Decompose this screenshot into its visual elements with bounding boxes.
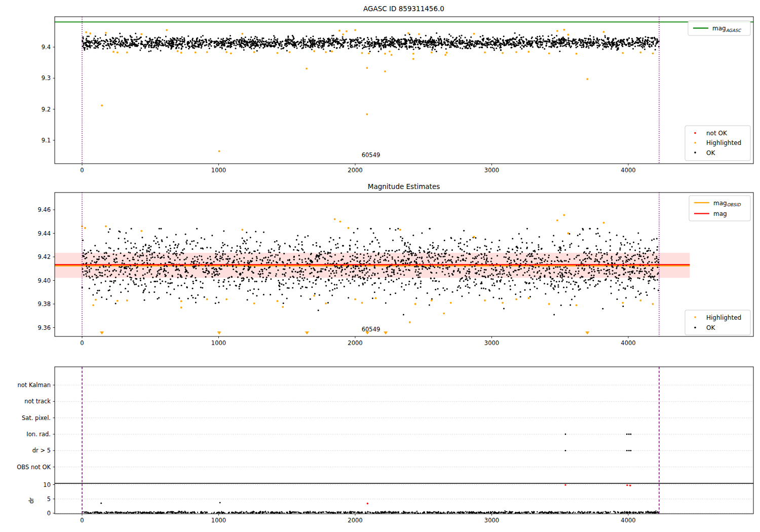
dr-point: [204, 511, 205, 512]
ok-point: [210, 247, 211, 249]
ok-point: [406, 41, 408, 43]
ok-point: [310, 40, 312, 41]
dr-point: [154, 511, 155, 512]
ok-point: [587, 287, 589, 289]
ok-point: [218, 273, 220, 275]
ok-point: [642, 37, 643, 39]
ok-point: [581, 261, 582, 263]
ok-point: [433, 247, 435, 248]
ok-point: [241, 43, 242, 44]
ok-point: [184, 283, 185, 284]
ok-point: [597, 233, 599, 234]
ok-point: [440, 256, 442, 257]
ok-point: [154, 45, 156, 46]
ok-point: [290, 262, 291, 263]
ok-point: [179, 259, 181, 260]
y-tick-label: 9.1: [42, 137, 51, 144]
ok-point: [195, 277, 196, 279]
ok-point: [434, 253, 436, 254]
highlighted-point: [84, 227, 86, 229]
ok-point: [268, 42, 269, 43]
ok-point: [617, 298, 618, 300]
ok-point: [565, 260, 567, 261]
ok-point: [405, 44, 406, 45]
ok-point: [582, 259, 584, 261]
ok-point: [542, 258, 544, 259]
ok-point: [430, 265, 431, 267]
ok-point: [568, 40, 569, 42]
highlighted-point: [368, 52, 370, 54]
ok-point: [187, 298, 189, 299]
ok-point: [494, 44, 496, 46]
dr-point: [438, 512, 439, 513]
ok-point: [529, 289, 531, 290]
ok-point: [535, 267, 536, 269]
ok-point: [656, 249, 658, 251]
ok-point: [416, 42, 417, 43]
ok-point: [99, 272, 100, 273]
ok-point: [88, 251, 89, 253]
ok-point: [292, 39, 294, 41]
dr-point: [238, 512, 239, 513]
ok-point: [131, 228, 132, 230]
ok-point: [243, 280, 244, 281]
dr-gt-5-flag-point: [565, 450, 566, 451]
bottom-plot-flag-labels: not Kalmannot trackSat. pixel.Ion. rad.d…: [17, 382, 55, 471]
ok-point: [385, 279, 386, 280]
ok-point: [565, 270, 566, 271]
ok-point: [556, 40, 558, 41]
ok-point: [540, 41, 541, 42]
ok-point: [559, 266, 561, 268]
ok-point: [182, 39, 183, 41]
ok-point: [551, 283, 552, 285]
ok-point: [124, 238, 126, 239]
ok-point: [108, 267, 110, 268]
ok-point: [363, 270, 365, 271]
ok-point: [212, 268, 213, 269]
ok-point: [174, 252, 175, 254]
ok-point: [329, 50, 331, 52]
ok-point: [246, 232, 247, 233]
ok-point: [357, 228, 358, 230]
ok-point: [268, 250, 270, 251]
ok-point: [156, 238, 158, 239]
ok-point: [554, 245, 555, 246]
ok-point: [383, 259, 385, 261]
dr-point: [345, 512, 346, 513]
ok-point: [137, 255, 138, 257]
ok-point: [243, 269, 244, 270]
ok-point: [501, 277, 503, 278]
ok-point: [622, 267, 623, 269]
ok-point: [427, 41, 428, 42]
ok-point: [364, 278, 365, 279]
ok-point: [490, 248, 491, 249]
ok-point: [170, 45, 172, 47]
ok-point: [283, 302, 284, 304]
ok-point: [652, 42, 654, 43]
ok-point: [417, 287, 419, 289]
ok-point: [305, 261, 307, 262]
ok-point: [549, 272, 550, 274]
ok-point: [125, 242, 126, 243]
dr-point: [450, 512, 451, 513]
ok-point: [188, 43, 189, 44]
ok-point: [426, 256, 428, 258]
ok-point: [546, 43, 547, 44]
ok-point: [486, 45, 488, 46]
dr-point: [541, 512, 542, 513]
ok-point: [422, 260, 423, 262]
ok-point: [401, 39, 403, 40]
ok-point: [104, 259, 106, 260]
ok-point: [105, 266, 106, 268]
ok-point: [493, 43, 495, 44]
ok-point: [336, 47, 338, 49]
ok-point: [367, 260, 368, 262]
ok-point: [467, 280, 469, 281]
ok-point: [385, 302, 387, 304]
ok-point: [118, 238, 120, 239]
ok-point: [157, 273, 159, 274]
ok-point: [658, 262, 659, 263]
highlighted-point: [391, 54, 393, 56]
ok-point: [378, 287, 380, 288]
ok-point: [363, 246, 365, 247]
